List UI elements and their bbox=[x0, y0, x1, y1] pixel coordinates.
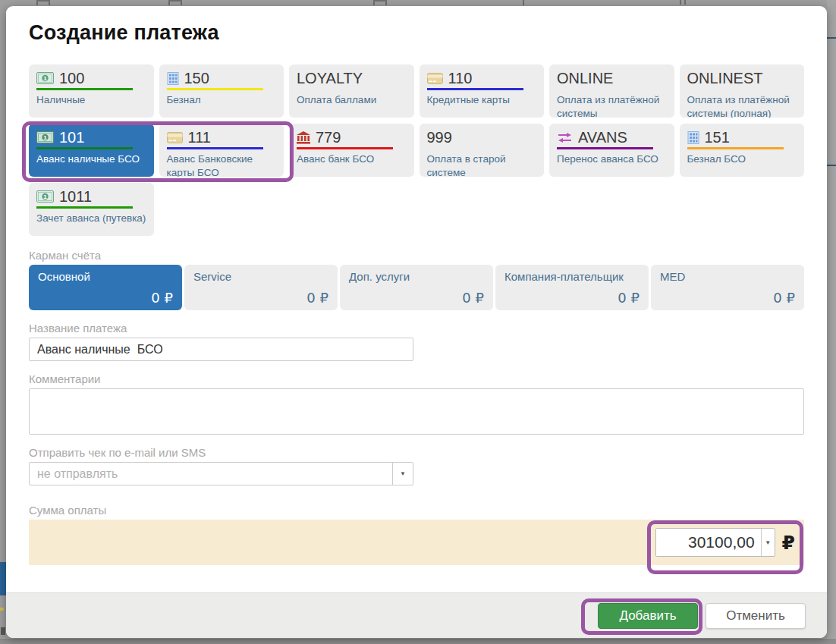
cash-icon: 1 bbox=[36, 131, 54, 143]
cancel-button[interactable]: Отменить bbox=[706, 603, 806, 629]
background-app-icon-fragment bbox=[523, 0, 524, 5]
payment-method-label: Наличные bbox=[36, 93, 146, 107]
comments-label: Комментарии bbox=[29, 372, 804, 385]
payment-method-label: Безнал bbox=[167, 93, 277, 107]
payment-method-111[interactable]: 111 Аванс Банковские карты БСО bbox=[159, 124, 284, 177]
background-left-fragment bbox=[0, 562, 6, 595]
background-left-fragment bbox=[0, 608, 4, 611]
receipt-select-value: не отправлять bbox=[30, 467, 392, 481]
svg-text:1: 1 bbox=[43, 194, 47, 200]
dialog-title: Создание платежа bbox=[29, 6, 804, 45]
pocket-name: Доп. услуги bbox=[349, 270, 484, 283]
credit-card-icon bbox=[167, 132, 183, 143]
payment-method-label: Оплата из платёжной системы (полная) bbox=[687, 93, 797, 118]
background-app-icon-fragment bbox=[373, 0, 387, 5]
payment-method-label: Зачет аванса (путевка) bbox=[36, 212, 146, 225]
receipt-select[interactable]: не отправлять ▼ bbox=[29, 462, 413, 485]
payment-method-grid: 1 100 Наличные 150 Безнал LOYALTY Оплата… bbox=[29, 64, 804, 236]
payment-method-code: 779 bbox=[316, 129, 341, 146]
payment-method-code: AVANS bbox=[578, 129, 627, 146]
payment-method-code: 999 bbox=[427, 129, 452, 146]
pocket-row: Основной 0 ₽ Service 0 ₽ Доп. услуги 0 ₽… bbox=[29, 265, 804, 310]
amount-strip: ▼ ₽ bbox=[29, 520, 804, 565]
payment-method-1011[interactable]: 1 1011 Зачет аванса (путевка) bbox=[29, 183, 154, 236]
background-right-strip bbox=[827, 0, 836, 644]
amount-widget: ▼ bbox=[655, 528, 775, 557]
payment-method-code: LOYALTY bbox=[297, 70, 363, 87]
payment-method-onlinest[interactable]: ONLINEST Оплата из платёжной системы (по… bbox=[680, 64, 805, 118]
pocket-amount: 0 ₽ bbox=[660, 290, 795, 306]
payment-method-loyalty[interactable]: LOYALTY Оплата баллами bbox=[289, 64, 414, 118]
payment-name-label: Название платежа bbox=[29, 322, 804, 335]
pocket-osnovnoy[interactable]: Основной 0 ₽ bbox=[29, 265, 182, 310]
payment-method-label: Безнал БСО bbox=[687, 152, 797, 166]
receipt-label: Отправить чек по e-mail или SMS bbox=[29, 446, 804, 459]
payment-method-code: 110 bbox=[448, 70, 473, 87]
payment-method-150[interactable]: 150 Безнал bbox=[159, 64, 284, 118]
payment-method-100[interactable]: 1 100 Наличные bbox=[29, 64, 154, 118]
payment-method-label: Перенос аванса БСО bbox=[557, 152, 667, 166]
payment-method-label: Кредитные карты bbox=[427, 93, 537, 107]
payment-method-code: ONLINEST bbox=[687, 70, 763, 87]
pocket-name: Основной bbox=[38, 270, 173, 283]
payment-method-151[interactable]: 151 Безнал БСО bbox=[680, 124, 805, 177]
payment-name-input[interactable] bbox=[29, 338, 413, 361]
bank-icon bbox=[297, 131, 310, 144]
svg-text:1: 1 bbox=[43, 135, 47, 141]
pocket-amount: 0 ₽ bbox=[349, 290, 484, 306]
payment-method-label: Оплата в старой системе bbox=[427, 152, 537, 177]
background-app-icon-fragment bbox=[680, 0, 686, 5]
payment-method-code: 100 bbox=[59, 70, 84, 87]
payment-method-code: 101 bbox=[59, 129, 84, 146]
payment-method-779[interactable]: 779 Аванс банк БСО bbox=[289, 124, 414, 177]
payment-method-label: Оплата из платёжной системы bbox=[557, 93, 667, 118]
pocket-amount: 0 ₽ bbox=[38, 290, 173, 306]
svg-text:1: 1 bbox=[43, 76, 47, 82]
background-bottom-strip bbox=[0, 639, 836, 644]
pocket-med[interactable]: MED 0 ₽ bbox=[651, 265, 804, 310]
payment-method-code: 150 bbox=[184, 70, 209, 87]
amount-dropdown-button[interactable]: ▼ bbox=[761, 529, 775, 556]
payment-method-label: Аванс наличные БСО bbox=[36, 152, 146, 166]
pocket-name: Service bbox=[193, 270, 328, 283]
background-left-fragment bbox=[1, 627, 5, 635]
payment-method-110[interactable]: 110 Кредитные карты bbox=[420, 64, 545, 118]
payment-method-label: Аванс Банковские карты БСО bbox=[167, 152, 277, 177]
payment-method-avans[interactable]: AVANS Перенос аванса БСО bbox=[549, 124, 674, 177]
comments-textarea[interactable] bbox=[29, 388, 804, 435]
payment-method-code: 111 bbox=[188, 129, 211, 146]
caret-down-icon: ▼ bbox=[400, 470, 406, 477]
pocket-name: Компания-плательщик bbox=[504, 270, 640, 283]
payment-method-code: 151 bbox=[705, 129, 730, 146]
pocket-company-payer[interactable]: Компания-плательщик 0 ₽ bbox=[495, 265, 649, 310]
payment-method-101[interactable]: 1 101 Аванс наличные БСО bbox=[29, 124, 154, 177]
building-icon bbox=[687, 131, 699, 144]
payment-method-label: Аванс банк БСО bbox=[297, 152, 407, 166]
caret-down-icon: ▼ bbox=[765, 539, 771, 546]
dialog-footer: Добавить Отменить bbox=[6, 592, 827, 638]
pocket-service[interactable]: Service 0 ₽ bbox=[184, 265, 338, 310]
pocket-amount: 0 ₽ bbox=[504, 290, 640, 306]
payment-method-code: ONLINE bbox=[557, 70, 613, 87]
payment-method-code: 1011 bbox=[59, 188, 92, 206]
background-app-icon-fragment bbox=[36, 0, 50, 5]
payment-method-999[interactable]: 999 Оплата в старой системе bbox=[420, 124, 545, 177]
payment-method-online[interactable]: ONLINE Оплата из платёжной системы bbox=[549, 64, 674, 118]
background-app-icon-fragment bbox=[168, 0, 182, 5]
building-icon bbox=[167, 72, 179, 85]
pocket-amount: 0 ₽ bbox=[193, 290, 328, 306]
cash-icon: 1 bbox=[36, 72, 54, 84]
create-payment-dialog: Создание платежа 1 100 Наличные 150 Безн… bbox=[6, 6, 827, 638]
pocket-name: MED bbox=[660, 270, 795, 283]
cash-icon: 1 bbox=[36, 190, 54, 203]
credit-card-icon bbox=[427, 73, 443, 84]
receipt-select-caret-button[interactable]: ▼ bbox=[392, 463, 413, 485]
amount-input[interactable] bbox=[656, 529, 761, 556]
add-button[interactable]: Добавить bbox=[598, 603, 698, 629]
ruble-symbol: ₽ bbox=[782, 532, 795, 554]
transfer-arrows-icon bbox=[557, 132, 573, 143]
pocket-section-label: Карман счёта bbox=[29, 249, 804, 262]
pocket-dop-uslugi[interactable]: Доп. услуги 0 ₽ bbox=[340, 265, 493, 310]
amount-label: Сумма оплаты bbox=[29, 504, 804, 517]
payment-method-label: Оплата баллами bbox=[297, 93, 407, 107]
